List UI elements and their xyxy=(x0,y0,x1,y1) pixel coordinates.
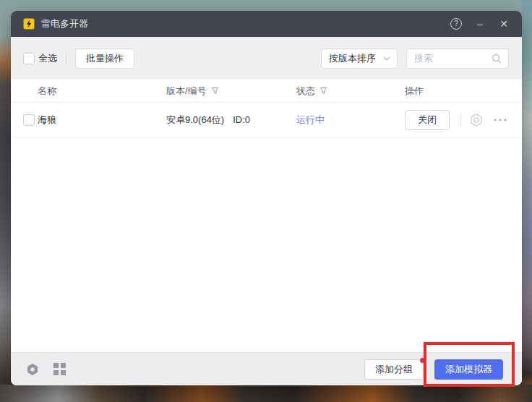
titlebar-actions: ? – ✕ xyxy=(450,18,510,30)
toolbar: 全选 批量操作 按版本排序 xyxy=(11,37,522,80)
more-icon[interactable]: ··· xyxy=(494,114,509,126)
instance-settings-icon[interactable] xyxy=(469,113,484,127)
header-actions: 操作 xyxy=(405,85,424,98)
row-checkbox[interactable] xyxy=(23,114,35,126)
add-emulator-button[interactable]: 添加模拟器 xyxy=(434,359,503,380)
filter-icon[interactable] xyxy=(211,87,219,95)
window-title: 雷电多开器 xyxy=(41,17,88,30)
ops-divider xyxy=(460,114,461,127)
add-group-button[interactable]: 添加分组 xyxy=(364,359,424,380)
instance-name: 海狼 xyxy=(38,114,56,127)
titlebar: 雷电多开器 ? – ✕ xyxy=(11,11,522,37)
app-logo-icon xyxy=(23,18,35,30)
grid-view-icon[interactable] xyxy=(53,363,66,375)
sort-dropdown-value: 按版本排序 xyxy=(329,52,376,65)
stop-instance-button[interactable]: 关闭 xyxy=(405,110,450,130)
search-box xyxy=(406,48,509,69)
notification-dot xyxy=(420,358,425,363)
footer-bar: 添加分组 添加模拟器 xyxy=(11,352,522,385)
batch-operations-button[interactable]: 批量操作 xyxy=(75,48,134,69)
instance-version: 安卓9.0(64位) xyxy=(166,114,224,127)
wallpaper-right-sky xyxy=(522,0,532,402)
header-version: 版本/编号 xyxy=(166,85,207,98)
app-window: 雷电多开器 ? – ✕ 全选 批量操作 按版本排序 xyxy=(11,11,522,385)
desktop-wallpaper: 雷电多开器 ? – ✕ 全选 批量操作 按版本排序 xyxy=(0,0,532,402)
help-icon[interactable]: ? xyxy=(450,18,462,30)
search-input[interactable] xyxy=(414,53,492,64)
wallpaper-bottom-rocks xyxy=(0,385,532,402)
wallpaper-left-cliff xyxy=(0,0,12,402)
instance-id: ID:0 xyxy=(233,114,250,125)
toolbar-divider xyxy=(66,53,66,64)
select-all-label: 全选 xyxy=(38,52,57,65)
table-header-row: 名称 版本/编号 状态 操作 xyxy=(11,80,522,103)
sort-dropdown[interactable]: 按版本排序 xyxy=(321,48,398,69)
chevron-down-icon xyxy=(383,56,390,61)
header-name: 名称 xyxy=(38,85,56,98)
close-icon[interactable]: ✕ xyxy=(498,18,510,30)
settings-icon[interactable] xyxy=(26,363,39,376)
header-status: 状态 xyxy=(296,85,315,98)
select-all-checkbox[interactable] xyxy=(23,53,35,64)
table-row: 海狼 安卓9.0(64位) ID:0 运行中 关闭 ··· xyxy=(11,103,522,137)
filter-icon[interactable] xyxy=(319,87,327,95)
instance-list-empty-area xyxy=(11,137,522,352)
add-group-label: 添加分组 xyxy=(375,364,413,375)
search-icon xyxy=(492,54,502,64)
status-badge: 运行中 xyxy=(296,114,325,127)
minimize-icon[interactable]: – xyxy=(474,18,486,30)
